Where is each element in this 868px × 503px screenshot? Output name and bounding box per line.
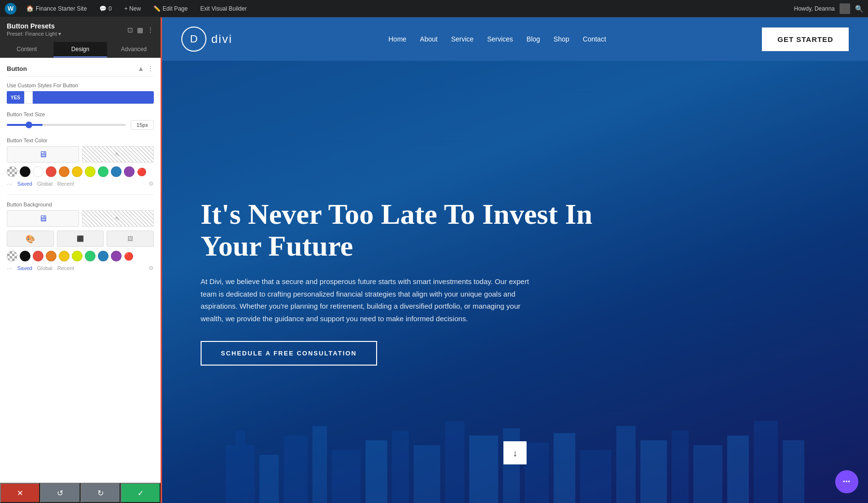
swatch-green[interactable] (98, 166, 108, 177)
swatch-white[interactable] (33, 166, 43, 177)
collapse-icon[interactable]: ▲ (137, 65, 144, 72)
swatch-black[interactable] (20, 166, 30, 177)
svg-rect-8 (414, 445, 440, 503)
site-logo: D divi (181, 27, 232, 52)
save-button[interactable]: ✓ (121, 483, 161, 503)
hero-title: It's Never Too Late To Invest In Your Fu… (201, 198, 596, 262)
custom-styles-toggle[interactable]: YES (7, 91, 154, 104)
panel-content: Button ▲ ⋮ Use Custom Styles For Button … (0, 58, 161, 483)
color-swatches-top: 🔴 (7, 166, 154, 177)
logo-circle: D (181, 27, 206, 52)
dots-icon-bottom[interactable]: ··· (7, 264, 13, 272)
recent-tab[interactable]: Recent (57, 181, 74, 187)
color-monitor-preview[interactable]: 🖥 (7, 146, 79, 163)
swatch-yellow-green-bottom[interactable] (72, 251, 82, 261)
site-nav: D divi Home About Service Services Blo (162, 17, 868, 61)
recent-tab-bottom[interactable]: Recent (57, 265, 74, 271)
image-btn[interactable]: 🖼 (107, 231, 154, 247)
redo-button[interactable]: ↻ (81, 483, 121, 503)
global-tab[interactable]: Global (37, 181, 53, 187)
swatch-red-bottom[interactable] (33, 251, 43, 261)
text-size-value[interactable] (131, 120, 154, 130)
swatch-purple-bottom[interactable] (111, 251, 122, 261)
monitor-icon: 🖥 (39, 150, 47, 160)
panel-subtitle: Preset: Finance Light ▾ (7, 31, 61, 37)
color-gear-icon-bottom[interactable]: ⚙ (149, 265, 154, 272)
section-menu-icon[interactable]: ⋮ (147, 65, 154, 72)
cursor-icon-bg: ↖ (115, 215, 121, 222)
nav-about[interactable]: About (420, 35, 438, 43)
button-section-header: Button ▲ ⋮ (7, 65, 154, 77)
search-icon[interactable]: 🔍 (855, 5, 863, 13)
panel-columns-icon[interactable]: ▦ (137, 26, 143, 34)
swatch-checker-bottom[interactable] (7, 251, 17, 261)
svg-rect-13 (554, 433, 575, 503)
panel-menu-icon[interactable]: ⋮ (147, 26, 154, 34)
eyedropper-btn[interactable]: 🔴 (137, 167, 147, 177)
cancel-button[interactable]: ✕ (0, 483, 40, 503)
nav-blog[interactable]: Blog (527, 35, 540, 43)
admin-bar-site-name[interactable]: 🏠 Finance Starter Site (23, 3, 90, 14)
edit-icon: ✏️ (153, 5, 161, 12)
slider-row (7, 120, 154, 130)
color-transparent-preview[interactable]: ↖ (82, 146, 154, 163)
swatch-yellow-bottom[interactable] (59, 251, 69, 261)
nav-service[interactable]: Service (451, 35, 474, 43)
admin-bar-comments[interactable]: 💬 0 (96, 3, 115, 14)
dots-icon-top[interactable]: ··· (7, 180, 13, 188)
admin-bar-edit-page[interactable]: ✏️ Edit Page (150, 3, 190, 14)
svg-rect-6 (366, 440, 387, 503)
svg-rect-14 (580, 450, 611, 503)
swatch-green-bottom[interactable] (85, 251, 95, 261)
solid-color-btn[interactable]: 🎨 (7, 231, 54, 247)
tab-design[interactable]: Design (54, 42, 107, 57)
swatch-yellow-green[interactable] (85, 166, 95, 177)
admin-bar-exit-builder[interactable]: Exit Visual Builder (197, 3, 250, 14)
swatch-orange-bottom[interactable] (46, 251, 56, 261)
site-menu: Home About Service Services Blog Shop (388, 35, 606, 43)
svg-rect-1 (235, 431, 245, 445)
nav-home[interactable]: Home (388, 35, 406, 43)
svg-rect-21 (783, 440, 804, 503)
swatch-red[interactable] (46, 166, 56, 177)
swatch-yellow[interactable] (72, 166, 82, 177)
swatch-purple[interactable] (124, 166, 135, 177)
swatch-blue[interactable] (111, 166, 122, 177)
hero-cta-button[interactable]: SCHEDULE A FREE CONSULTATION (201, 341, 377, 366)
text-size-slider[interactable] (7, 124, 126, 126)
svg-rect-11 (503, 428, 520, 503)
panel-maximize-icon[interactable]: ⊡ (127, 26, 133, 34)
left-panel: Button Presets Preset: Finance Light ▾ ⊡… (0, 17, 162, 503)
logo-text: divi (211, 32, 232, 46)
swatch-black-bottom[interactable] (20, 251, 30, 261)
hero-description: At Divi, we believe that a secure and pr… (201, 275, 538, 325)
svg-rect-7 (392, 431, 409, 503)
gradient-btn[interactable]: ⬛ (57, 231, 104, 247)
swatch-blue-bottom[interactable] (98, 251, 108, 261)
wp-icon[interactable]: W (5, 3, 16, 14)
admin-bar-new[interactable]: + New (122, 3, 144, 14)
tab-content[interactable]: Content (0, 42, 54, 57)
swatch-orange[interactable] (59, 166, 69, 177)
saved-tab[interactable]: Saved (17, 181, 32, 187)
comments-icon: 💬 (99, 5, 107, 12)
color-preview-row-bg: 🖥 ↖ (7, 210, 154, 227)
undo-button[interactable]: ↺ (40, 483, 80, 503)
nav-shop[interactable]: Shop (554, 35, 570, 43)
nav-contact[interactable]: Contact (583, 35, 606, 43)
site-cta-button[interactable]: GET STARTED (762, 27, 849, 51)
color-transparent-preview-bg[interactable]: ↖ (82, 210, 154, 227)
global-tab-bottom[interactable]: Global (37, 265, 53, 271)
floating-action-button[interactable]: ••• (835, 470, 858, 493)
color-monitor-preview-bg[interactable]: 🖥 (7, 210, 79, 227)
saved-tab-bottom[interactable]: Saved (17, 265, 32, 271)
button-text-color-label: Button Text Color (7, 137, 154, 143)
svg-rect-17 (672, 431, 689, 503)
color-gear-icon-top[interactable]: ⚙ (149, 180, 154, 187)
scroll-arrow[interactable]: ↓ (503, 441, 527, 464)
tab-advanced[interactable]: Advanced (107, 42, 161, 57)
eyedropper-btn-bottom[interactable]: 🔴 (124, 252, 134, 261)
nav-services[interactable]: Services (487, 35, 513, 43)
swatch-checker[interactable] (7, 166, 17, 177)
svg-rect-2 (259, 455, 279, 503)
